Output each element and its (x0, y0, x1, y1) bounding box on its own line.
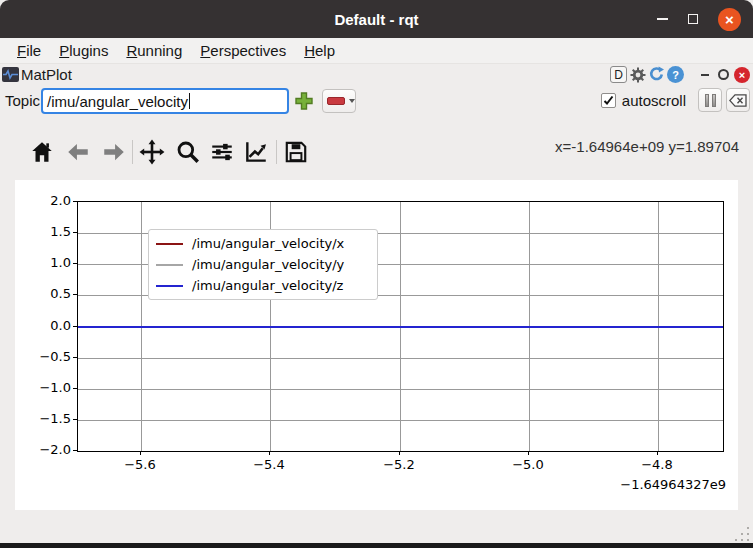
menu-running[interactable]: Running (117, 40, 191, 61)
chevron-down-icon (349, 99, 355, 103)
ytick: −2.0 (19, 442, 71, 457)
matplot-plugin-icon (2, 67, 19, 82)
autoscroll-group: autoscroll (601, 88, 750, 112)
legend-label-x: /imu/angular_velocity/x (192, 236, 344, 251)
pause-icon (705, 94, 716, 107)
plot-frame: /imu/angular_velocity/x /imu/angular_vel… (77, 201, 724, 452)
pause-button[interactable] (698, 88, 722, 112)
legend-line-y (156, 264, 183, 266)
titlebar[interactable]: Default - rqt × (0, 0, 753, 38)
topic-input[interactable]: /imu/angular_velocity (41, 88, 289, 114)
reload-icon[interactable] (648, 66, 665, 83)
window-controls: × (657, 0, 741, 38)
menu-help[interactable]: Help (295, 40, 344, 61)
plugin-close-icon[interactable]: × (734, 67, 750, 83)
xtick: −5.0 (506, 457, 550, 472)
ytick: 2.0 (19, 193, 71, 208)
legend-label-y: /imu/angular_velocity/y (192, 257, 344, 272)
plot-canvas[interactable]: 2.0 1.5 1.0 0.5 0.0 −0.5 −1.0 −1.5 −2.0 … (15, 180, 738, 510)
rqt-window: Default - rqt × File Plugins Running Per… (0, 0, 753, 548)
remove-icon (327, 97, 345, 105)
toolbar-separator (132, 140, 133, 164)
mpl-toolbar: x=-1.64964e+09 y=1.89704 (0, 130, 753, 174)
ytick: −0.5 (19, 349, 71, 364)
legend-row: /imu/angular_velocity/z (156, 277, 370, 294)
remove-topic-button[interactable] (322, 89, 356, 113)
legend-label-z: /imu/angular_velocity/z (192, 278, 343, 293)
cursor-coordinates: x=-1.64964e+09 y=1.89704 (555, 138, 739, 155)
menu-plugins[interactable]: Plugins (50, 40, 117, 61)
ytick: 1.0 (19, 255, 71, 270)
menubar: File Plugins Running Perspectives Help (0, 38, 753, 64)
series-line-z (78, 326, 723, 328)
topic-row: Topic /imu/angular_velocity autoscroll (0, 87, 753, 117)
legend-line-z (156, 285, 183, 287)
menu-file[interactable]: File (8, 40, 50, 61)
clear-button[interactable] (726, 88, 750, 112)
home-icon[interactable] (28, 138, 56, 166)
topic-label: Topic (5, 92, 40, 109)
xtick: −5.2 (377, 457, 421, 472)
backspace-icon (729, 94, 747, 107)
legend: /imu/angular_velocity/x /imu/angular_vel… (148, 229, 378, 300)
xtick: −5.6 (118, 457, 162, 472)
maximize-icon[interactable] (688, 14, 698, 24)
x-axis-offset-label: −1.64964327e9 (620, 477, 726, 492)
legend-row: /imu/angular_velocity/y (156, 256, 370, 273)
close-icon[interactable]: × (718, 8, 741, 31)
resize-grip[interactable] (729, 525, 749, 541)
topic-input-value: /imu/angular_velocity (47, 93, 188, 110)
add-topic-button[interactable] (292, 89, 316, 113)
ytick: −1.5 (19, 411, 71, 426)
minimize-icon[interactable] (657, 18, 668, 20)
legend-line-x (156, 243, 183, 245)
undock-icon[interactable] (715, 66, 732, 83)
plugin-title-group: MatPlot (2, 66, 72, 83)
zoom-icon[interactable] (174, 138, 202, 166)
matplot-plugin-bar: MatPlot D (0, 64, 753, 88)
autoscroll-label: autoscroll (622, 92, 686, 109)
text-cursor (189, 93, 190, 109)
plugin-title: MatPlot (21, 66, 72, 83)
ytick: 0.0 (19, 318, 71, 333)
xtick: −4.8 (635, 457, 679, 472)
collapse-icon[interactable] (696, 66, 713, 83)
background-window-edge (0, 543, 753, 548)
pan-icon[interactable] (138, 138, 166, 166)
plugin-dock-buttons: D ? (610, 66, 750, 83)
axes-edit-icon[interactable] (242, 138, 270, 166)
help-icon[interactable]: ? (667, 66, 684, 83)
window-title: Default - rqt (334, 11, 418, 28)
forward-icon[interactable] (100, 138, 128, 166)
ytick: −1.0 (19, 380, 71, 395)
autoscroll-checkbox[interactable] (601, 93, 616, 108)
detach-button[interactable]: D (610, 66, 627, 83)
subplots-config-icon[interactable] (208, 138, 236, 166)
legend-row: /imu/angular_velocity/x (156, 235, 370, 252)
menu-perspectives[interactable]: Perspectives (191, 40, 295, 61)
xtick: −5.4 (247, 457, 291, 472)
settings-gear-icon[interactable] (629, 66, 646, 83)
save-icon[interactable] (282, 138, 310, 166)
toolbar-separator (276, 140, 277, 164)
ytick: 0.5 (19, 286, 71, 301)
ytick: 1.5 (19, 224, 71, 239)
back-icon[interactable] (64, 138, 92, 166)
